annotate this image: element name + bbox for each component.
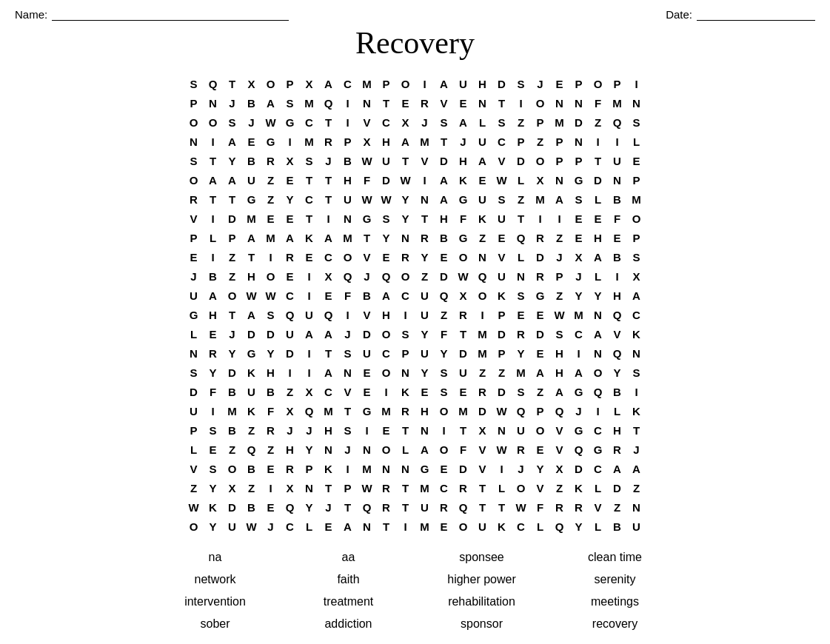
grid-cell: O [627,209,646,228]
grid-cell: T [338,497,358,517]
grid-cell: R [435,497,454,517]
name-underline[interactable] [52,7,289,21]
grid-cell: N [184,132,204,151]
grid-cell: S [435,363,454,382]
grid-cell: T [319,343,338,363]
grid-cell: O [204,113,223,132]
grid-cell: B [435,228,454,247]
grid-cell: H [454,151,473,170]
grid-cell: S [396,324,415,343]
grid-cell: A [627,459,646,478]
grid-cell: Z [627,478,646,497]
grid-cell: T [396,151,415,170]
grid-cell: E [281,266,300,286]
grid-cell: N [184,343,204,363]
grid-cell: N [569,132,589,151]
grid-cell: Z [261,440,281,459]
grid-cell: M [223,401,242,420]
grid-cell: E [454,93,473,113]
grid-cell: E [281,170,300,189]
grid-cell: J [184,266,204,286]
grid-cell: N [550,170,569,189]
grid-cell: S [627,247,646,266]
grid-cell: R [261,151,281,170]
grid-cell: M [569,305,589,324]
grid-cell: P [338,478,358,497]
grid-cell: I [319,209,338,228]
grid-cell: G [261,132,281,151]
grid-cell: T [415,209,435,228]
grid-cell: Y [569,286,589,305]
grid-cell: R [512,440,531,459]
grid-cell: T [454,420,473,440]
word-list: naaasponseeclean timenetworkfaithhigher … [15,549,815,632]
grid-cell: Q [204,74,223,93]
grid-cell: G [184,305,204,324]
grid-cell: P [512,132,531,151]
grid-cell: Z [550,286,569,305]
grid-cell: N [300,478,319,497]
grid-cell: X [531,170,550,189]
grid-cell: U [377,151,396,170]
grid-cell: F [589,93,608,113]
grid-cell: I [512,93,531,113]
word-item: intervention [149,594,282,610]
grid-cell: P [396,343,415,363]
grid-cell: I [550,209,569,228]
grid-cell: E [627,151,646,170]
grid-cell: M [512,363,531,382]
grid-cell: E [358,363,377,382]
grid-cell: L [204,228,223,247]
grid-cell: F [531,497,550,517]
grid-cell: R [415,228,435,247]
word-item: addiction [282,616,415,632]
grid-cell: D [569,459,589,478]
grid-cell: Y [223,151,242,170]
grid-cell: A [589,247,608,266]
grid-cell: K [242,401,261,420]
grid-cell: W [512,497,531,517]
grid-cell: S [184,151,204,170]
grid-cell: C [319,247,338,266]
grid-cell: L [627,132,646,151]
date-label: Date: [666,8,692,21]
grid-cell: S [627,363,646,382]
grid-cell: R [473,382,492,401]
grid-cell: A [435,74,454,93]
grid-cell: D [589,170,608,189]
grid-cell: C [377,343,396,363]
grid-cell: P [550,132,569,151]
grid-cell: J [223,324,242,343]
grid-cell: I [338,459,358,478]
grid-cell: V [608,324,627,343]
grid-cell: F [435,324,454,343]
grid-cell: I [204,247,223,266]
grid-cell: X [300,74,319,93]
grid-cell: Z [512,113,531,132]
grid-cell: G [454,228,473,247]
grid-cell: J [300,420,319,440]
grid-cell: Z [589,113,608,132]
grid-cell: W [492,170,512,189]
grid-cell: I [204,401,223,420]
grid-cell: H [435,209,454,228]
grid-cell: U [492,266,512,286]
grid-cell: S [550,324,569,343]
date-underline[interactable] [697,7,815,21]
grid-cell: N [550,93,569,113]
word-item: higher power [415,571,549,588]
grid-cell: U [242,382,261,401]
grid-cell: E [281,209,300,228]
grid-cell: T [473,478,492,497]
grid-cell: A [550,382,569,401]
grid-cell: Y [396,189,415,209]
grid-cell: S [204,459,223,478]
grid-cell: G [589,440,608,459]
grid-cell: J [569,266,589,286]
grid-cell: I [608,132,627,151]
grid-cell: T [300,209,319,228]
word-item: na [149,549,282,566]
grid-cell: X [281,151,300,170]
grid-cell: T [204,189,223,209]
grid-cell: R [608,440,627,459]
